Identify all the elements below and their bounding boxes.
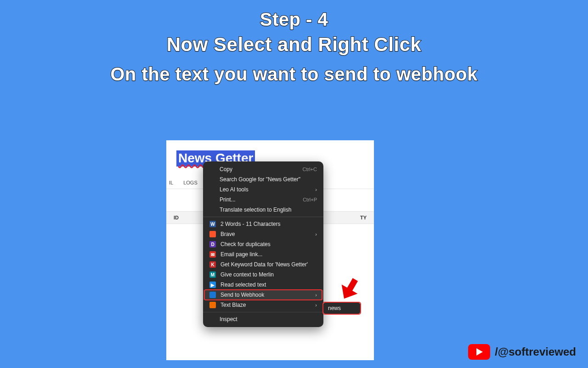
- menu-translate-label: Translate selection to English: [220, 207, 291, 213]
- tab-logs[interactable]: LOGS: [183, 180, 198, 185]
- menu-print-shortcut: Ctrl+P: [303, 197, 317, 202]
- menu-blaze-label: Text Blaze: [220, 302, 246, 308]
- menu-send-to-webhook[interactable]: Send to Webhook ›: [203, 290, 323, 300]
- menu-search-label: Search Google for "News Getter": [220, 176, 300, 183]
- menu-translate[interactable]: Translate selection to English: [203, 205, 323, 215]
- menu-search-google[interactable]: Search Google for "News Getter": [203, 174, 323, 184]
- menu-inspect[interactable]: Inspect: [203, 314, 323, 324]
- menu-word-label: 2 Words - 11 Characters: [220, 221, 281, 227]
- chevron-right-icon: ›: [315, 231, 317, 237]
- menu-dup-label: Check for duplicates: [220, 241, 271, 247]
- menu-copy-shortcut: Ctrl+C: [303, 167, 317, 172]
- channel-handle: /@softreviewed: [495, 345, 576, 358]
- brave-icon: [209, 231, 216, 237]
- instruction-line-1: Now Select and Right Click: [0, 34, 588, 56]
- menu-print[interactable]: Print... Ctrl+P: [203, 195, 323, 205]
- webhook-submenu: news: [323, 303, 360, 314]
- embedded-screenshot: News Getter IL LOGS ID TY Copy Ctrl+C Se…: [166, 140, 374, 360]
- duplicate-icon: D: [209, 241, 216, 247]
- menu-copy-label: Copy: [220, 166, 232, 172]
- channel-credit: /@softreviewed: [468, 344, 576, 360]
- col-type: TY: [360, 215, 367, 220]
- menu-inspect-label: Inspect: [220, 316, 237, 322]
- keyword-icon: K: [209, 261, 216, 268]
- submenu-item-news[interactable]: news: [328, 305, 341, 311]
- menu-check-duplicates[interactable]: D Check for duplicates: [203, 239, 323, 249]
- email-icon: ✉: [209, 251, 216, 258]
- menu-print-label: Print...: [220, 196, 236, 203]
- menu-webhook-label: Send to Webhook: [220, 292, 264, 298]
- menu-copy[interactable]: Copy Ctrl+C: [203, 164, 323, 174]
- chevron-right-icon: ›: [315, 187, 317, 192]
- tab-il[interactable]: IL: [169, 180, 173, 185]
- instruction-line-2: On the text you want to send to webhook: [0, 64, 588, 85]
- merlin-icon: M: [209, 271, 216, 278]
- menu-brave[interactable]: Brave ›: [203, 229, 323, 239]
- youtube-icon: [468, 344, 490, 360]
- tutorial-headings: Step - 4 Now Select and Right Click On t…: [0, 0, 588, 85]
- menu-merlin-label: Give context to Merlin: [220, 271, 274, 278]
- chevron-right-icon: ›: [315, 292, 317, 298]
- send-icon: [209, 292, 216, 298]
- annotation-arrow: [338, 268, 368, 301]
- col-id: ID: [174, 215, 179, 220]
- menu-leo-label: Leo AI tools: [220, 186, 249, 193]
- word-icon: W: [209, 221, 216, 227]
- chevron-right-icon: ›: [315, 302, 317, 308]
- menu-separator: [203, 312, 323, 312]
- menu-brave-label: Brave: [220, 231, 235, 237]
- menu-email-label: Email page link...: [220, 251, 262, 258]
- menu-merlin[interactable]: M Give context to Merlin: [203, 270, 323, 280]
- textblaze-icon: [209, 302, 216, 308]
- menu-keyword-data[interactable]: K Get Keyword Data for 'News Getter': [203, 259, 323, 270]
- menu-separator: [203, 217, 323, 217]
- menu-text-blaze[interactable]: Text Blaze ›: [203, 300, 323, 310]
- menu-email-link[interactable]: ✉ Email page link...: [203, 249, 323, 259]
- step-title: Step - 4: [0, 9, 588, 30]
- menu-read-label: Read selected text: [220, 282, 266, 288]
- play-icon: ▶: [209, 282, 216, 288]
- context-menu: Copy Ctrl+C Search Google for "News Gett…: [203, 161, 323, 327]
- menu-word-count[interactable]: W 2 Words - 11 Characters: [203, 219, 323, 229]
- menu-keyword-label: Get Keyword Data for 'News Getter': [220, 261, 308, 268]
- menu-read-text[interactable]: ▶ Read selected text: [203, 280, 323, 290]
- menu-leo-ai[interactable]: Leo AI tools ›: [203, 184, 323, 195]
